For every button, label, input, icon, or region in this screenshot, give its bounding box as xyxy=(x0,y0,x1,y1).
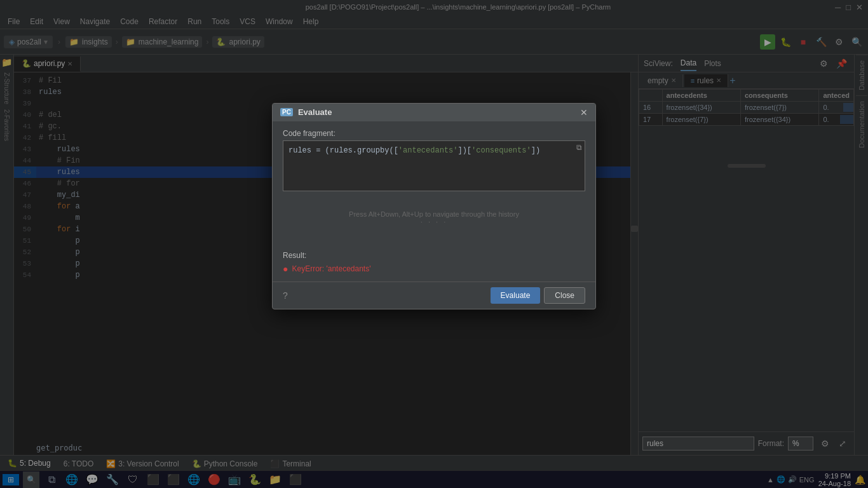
modal-close-button[interactable]: ✕ xyxy=(580,107,588,118)
error-message: KeyError: 'antecedants' xyxy=(292,264,370,273)
modal-buttons: Evaluate Close xyxy=(491,287,585,304)
modal-body: Code fragment: rules = (rules.groupby(['… xyxy=(273,121,595,281)
code-fragment-label: Code fragment: xyxy=(283,129,585,138)
evaluate-modal: PC Evaluate ✕ Code fragment: rules = (ru… xyxy=(272,103,596,309)
help-icon[interactable]: ? xyxy=(283,290,288,301)
history-hint: Press Alt+Down, Alt+Up to navigate throu… xyxy=(283,191,585,245)
error-icon: ● xyxy=(283,264,288,274)
modal-title-area: PC Evaluate xyxy=(280,107,332,117)
modal-footer: ? Evaluate Close xyxy=(273,281,595,309)
modal-title: Evaluate xyxy=(298,107,332,117)
result-area: Result: ● KeyError: 'antecedants' xyxy=(283,251,585,274)
modal-icon: PC xyxy=(280,108,293,116)
modal-close-dialog-button[interactable]: Close xyxy=(544,287,585,304)
copy-button[interactable]: ⧉ xyxy=(576,144,582,152)
result-value: ● KeyError: 'antecedants' xyxy=(283,264,585,274)
code-fragment-area[interactable]: rules = (rules.groupby(['antecedants'])[… xyxy=(283,140,585,191)
evaluate-button[interactable]: Evaluate xyxy=(491,287,541,304)
modal-overlay: PC Evaluate ✕ Code fragment: rules = (ru… xyxy=(0,0,868,488)
result-label: Result: xyxy=(283,251,585,260)
modal-titlebar: PC Evaluate ✕ xyxy=(273,104,595,121)
